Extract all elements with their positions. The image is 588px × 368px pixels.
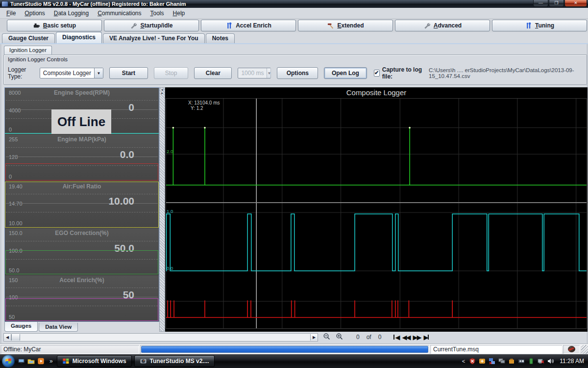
clear-button[interactable]: Clear bbox=[194, 67, 232, 79]
rewind-button[interactable]: ◀◀ bbox=[402, 334, 410, 341]
chevron-down-icon: ▼ bbox=[267, 68, 271, 78]
interval-select[interactable]: 1000 ms ▼ bbox=[238, 68, 271, 79]
chart-h-scrollbar[interactable]: ◀ ▶ bbox=[3, 333, 318, 342]
connection-indicator bbox=[563, 345, 580, 354]
tray-expand-icon[interactable]: < bbox=[462, 358, 465, 364]
skip-to-start-button[interactable]: ◀ bbox=[393, 334, 399, 341]
splitter-handle[interactable]: ◂ ▸ bbox=[159, 87, 165, 332]
gauge-accel-enrich-: Accel Enrich(%)1501005050 bbox=[5, 275, 159, 321]
windows-flag-icon bbox=[5, 358, 11, 364]
menu-data-logging[interactable]: Data Logging bbox=[49, 9, 93, 18]
minimize-button[interactable]: — bbox=[533, 0, 548, 7]
zoom-in-icon[interactable] bbox=[336, 333, 343, 342]
volume-icon[interactable] bbox=[547, 358, 554, 365]
toolbar-advanced-button[interactable]: Advanced bbox=[395, 20, 490, 31]
gauge-view-tabs: GaugesData View bbox=[4, 322, 79, 332]
taskbar: » Microsoft WindowsTunerStudio MS v2....… bbox=[0, 354, 588, 368]
wrench-icon bbox=[130, 22, 137, 29]
tsapp-icon bbox=[140, 358, 147, 365]
gauge-value: 0 bbox=[128, 102, 134, 113]
taskbar-button-microsoft-windows[interactable]: Microsoft Windows bbox=[57, 355, 132, 367]
battery-icon[interactable] bbox=[527, 358, 535, 365]
tab-ignition-logger[interactable]: Ignition Logger bbox=[4, 46, 52, 55]
quick-launch-overflow-icon[interactable]: » bbox=[49, 358, 53, 365]
update-icon[interactable] bbox=[478, 358, 486, 365]
hammer-icon bbox=[327, 22, 334, 29]
tab-gauges[interactable]: Gauges bbox=[4, 322, 38, 332]
show-desktop-icon[interactable] bbox=[18, 358, 25, 365]
forward-button[interactable]: ▶▶ bbox=[413, 334, 420, 341]
scrollbar-thumb[interactable] bbox=[11, 334, 20, 341]
capture-path: C:\Users\h .... erStudioProjects\MyCar\D… bbox=[429, 67, 586, 79]
options-button[interactable]: Options bbox=[277, 67, 318, 79]
tab-notes[interactable]: Notes bbox=[206, 33, 235, 43]
stop-button[interactable]: Stop bbox=[154, 67, 188, 79]
ignition-logger-controls-group: Ignition Logger Controls Logger Type: Co… bbox=[3, 54, 587, 85]
gauge-tick: 150 bbox=[9, 277, 18, 283]
media-player-icon[interactable] bbox=[37, 358, 45, 365]
menu-file[interactable]: File bbox=[2, 9, 20, 18]
gauge-tick: 4000 bbox=[9, 107, 21, 113]
toolbar-basic-setup-button[interactable]: Basic setup bbox=[7, 20, 102, 31]
composite-logger-chart[interactable]: 2.01.00.0Composite LoggerX: 13104.0 msY:… bbox=[165, 87, 588, 332]
toolbar-startup-idle-button[interactable]: Startup/idle bbox=[104, 20, 199, 31]
connection-status-text: Offline: MyCar bbox=[0, 345, 139, 354]
mswin-icon bbox=[62, 358, 70, 365]
skip-to-end-button[interactable]: ▶ bbox=[423, 334, 429, 341]
network-share-icon[interactable] bbox=[488, 358, 495, 365]
maximize-button[interactable]: ❐ bbox=[549, 0, 564, 7]
scroll-left-icon[interactable]: ◀ bbox=[4, 334, 11, 341]
menu-options[interactable]: Options bbox=[20, 9, 49, 18]
app-icon bbox=[1, 1, 8, 7]
tab-gauge-cluster[interactable]: Gauge Cluster bbox=[2, 33, 55, 43]
taskbar-clock[interactable]: 11:28 AM bbox=[560, 358, 584, 365]
gauge-air-fuel-ratio: Air:Fuel Ratio19.4014.7010.0010.00 bbox=[5, 182, 159, 228]
chevron-down-icon[interactable]: ▼ bbox=[94, 68, 103, 78]
archive-icon[interactable] bbox=[508, 358, 515, 365]
record-counter: 0of0 bbox=[356, 334, 381, 341]
svg-text:0.0: 0.0 bbox=[167, 265, 173, 271]
collapse-left-icon[interactable]: ◂ bbox=[160, 88, 165, 91]
zoom-out-icon[interactable] bbox=[323, 333, 331, 342]
svg-text:Composite Logger: Composite Logger bbox=[346, 88, 407, 97]
close-button[interactable]: ✕ bbox=[564, 0, 587, 7]
menu-communications[interactable]: Communications bbox=[93, 9, 146, 18]
tab-data-view[interactable]: Data View bbox=[39, 323, 78, 332]
window-title: TunerStudio MS v2.0.8 - MyCar (offline) … bbox=[10, 1, 186, 7]
toolbar-accel-enrich-button[interactable]: Accel Enrich bbox=[201, 20, 296, 31]
main-toolbar: Basic setupStartup/idleAccel EnrichExten… bbox=[0, 19, 588, 32]
menu-tools[interactable]: Tools bbox=[146, 9, 169, 18]
scroll-right-icon[interactable]: ▶ bbox=[310, 334, 318, 341]
menu-bar: FileOptionsData LoggingCommunicationsToo… bbox=[0, 8, 588, 19]
engine-icon bbox=[33, 22, 40, 29]
menu-help[interactable]: Help bbox=[169, 9, 190, 18]
gauge-title: Accel Enrich(%) bbox=[5, 277, 159, 284]
toolbar-extended-button[interactable]: Extended bbox=[298, 20, 393, 31]
gauge-title: Engine MAP(kPa) bbox=[5, 136, 159, 143]
dual-monitor-icon[interactable] bbox=[498, 358, 505, 365]
taskbar-button-tunerstudio-ms-v2-[interactable]: TunerStudio MS v2.... bbox=[134, 355, 215, 367]
snipping-tool-icon[interactable] bbox=[517, 358, 525, 365]
open-log-button[interactable]: Open Log bbox=[324, 67, 367, 79]
wrench-icon bbox=[423, 22, 431, 29]
collapse-right-icon[interactable]: ▸ bbox=[160, 91, 165, 95]
offline-overlay: Off Line bbox=[51, 109, 111, 134]
gauge-title: Engine Speed(RPM) bbox=[5, 89, 159, 96]
explorer-icon[interactable] bbox=[27, 358, 35, 365]
network-disconnected-icon[interactable] bbox=[537, 358, 544, 365]
svg-text:X: 13104.0 ms: X: 13104.0 ms bbox=[188, 100, 220, 105]
logger-type-select[interactable]: Composite Logger ▼ bbox=[40, 68, 103, 79]
security-shield-icon[interactable] bbox=[468, 358, 476, 365]
capture-checkbox[interactable]: ✔ bbox=[374, 70, 380, 77]
start-button-orb[interactable] bbox=[2, 355, 15, 368]
start-button[interactable]: Start bbox=[109, 67, 148, 79]
resize-grip[interactable] bbox=[581, 345, 588, 354]
toolbar-tuning-button[interactable]: Tuning bbox=[492, 20, 587, 31]
tab-ve-analyze-live-tune-for-you[interactable]: VE Analyze Live! - Tune For You bbox=[103, 33, 205, 43]
title-bar[interactable]: TunerStudio MS v2.0.8 - MyCar (offline) … bbox=[0, 0, 588, 8]
tab-diagnostics[interactable]: Diagnostics bbox=[56, 32, 102, 43]
svg-text:Y: 1.2: Y: 1.2 bbox=[191, 105, 203, 111]
gauge-engine-map-kpa-: Engine MAP(kPa)25512800.0 bbox=[5, 134, 159, 181]
gauge-tick: 0 bbox=[9, 127, 12, 132]
gauge-tick: 255 bbox=[9, 136, 18, 142]
